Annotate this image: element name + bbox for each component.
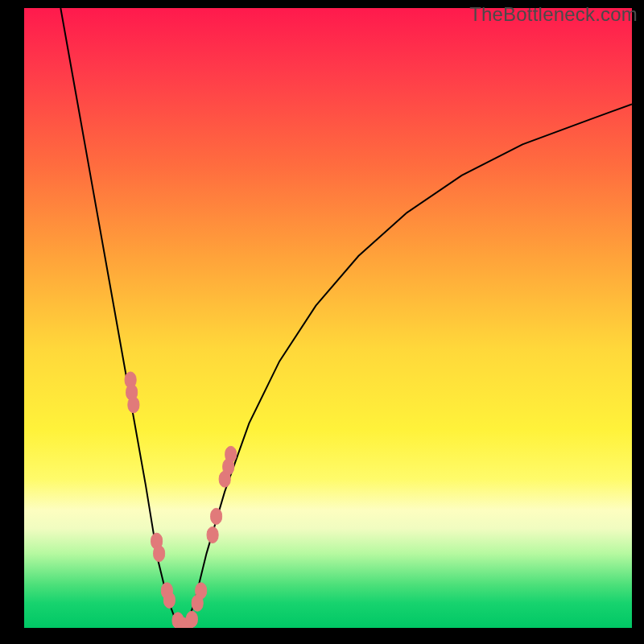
chart-plot-area [24,8,632,628]
chart-marker [154,546,165,562]
right-curve [185,104,632,628]
chart-marker [207,527,218,543]
chart-marker [196,583,207,599]
chart-marker [128,397,139,413]
chart-marker [225,446,237,462]
chart-marker [163,592,175,608]
chart-svg [24,8,632,628]
chart-marker [211,508,222,524]
chart-marker [186,611,197,627]
left-curve [60,8,185,628]
chart-markers [125,372,237,628]
